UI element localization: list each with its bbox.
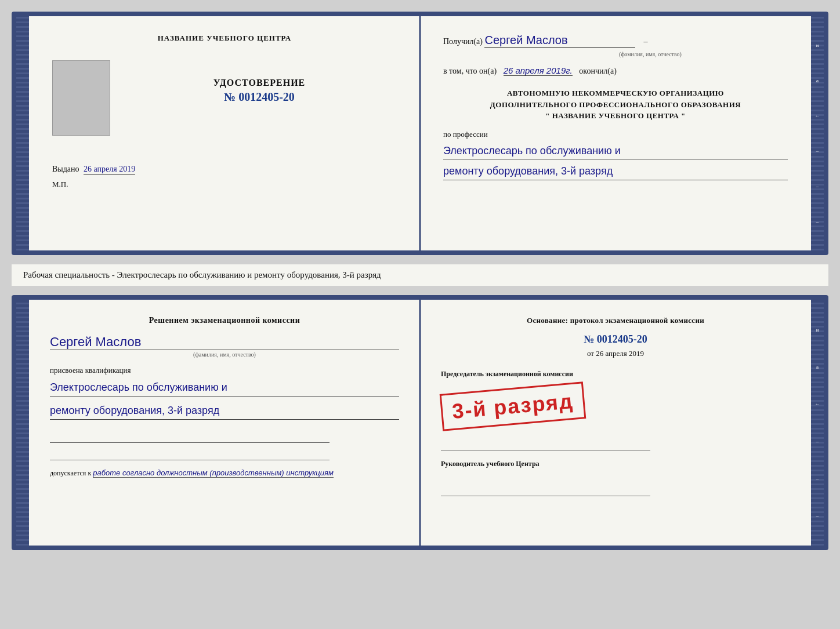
vtom-line: в том, что он(а) 26 апреля 2019г. окончи… <box>443 66 788 76</box>
resheniem-title: Решением экзаменационной комиссии <box>50 316 399 325</box>
edge-letter-dash5: – <box>816 475 819 481</box>
org-line2: ДОПОЛНИТЕЛЬНОГО ПРОФЕССИОНАЛЬНОГО ОБРАЗО… <box>443 99 788 111</box>
udostoverenie-number: № 0012405-20 <box>224 90 295 103</box>
stamp-text: 3-й разряд <box>451 389 575 423</box>
okonchil-label: окончил(а) <box>579 67 617 75</box>
professiya-line1: Электрослесарь по обслуживанию и <box>443 143 788 160</box>
protocol-number: № 0012405-20 <box>441 333 790 346</box>
predsedatel-label: Председатель экзаменационной комиссии <box>441 370 790 379</box>
edge-letter-а-2: а <box>816 364 819 370</box>
cert1-institution-title: НАЗВАНИЕ УЧЕБНОГО ЦЕНТРА <box>52 34 397 43</box>
signature-lines-left <box>50 429 399 460</box>
cert2-left-panel: Решением экзаменационной комиссии Сергей… <box>29 300 420 546</box>
edge-letter-dash3: – <box>816 219 819 224</box>
udostoverenie-block: УДОСТОВЕРЕНИЕ № 0012405-20 <box>122 78 397 104</box>
spine-left-2 <box>16 300 29 546</box>
vydano-label: Выдано <box>52 165 79 173</box>
vydano-line: Выдано 26 апреля 2019 <box>52 165 397 174</box>
spine-left-1 <box>16 16 29 250</box>
osnovanie-label: Основание: протокол экзаменационной коми… <box>441 316 790 325</box>
dopuskaetsya-block: допускается к работе согласно должностны… <box>50 468 399 478</box>
cert1-left-panel: НАЗВАНИЕ УЧЕБНОГО ЦЕНТРА УДОСТОВЕРЕНИЕ №… <box>29 16 420 250</box>
certificate-card-1: НАЗВАНИЕ УЧЕБНОГО ЦЕНТРА УДОСТОВЕРЕНИЕ №… <box>12 12 828 255</box>
edge-letter-arrow-2: ← <box>815 401 820 407</box>
sig-line-right-2 <box>441 482 650 496</box>
cert2-right-panel: Основание: протокол экзаменационной коми… <box>420 300 811 546</box>
udostoverenie-label: УДОСТОВЕРЕНИЕ <box>122 78 397 88</box>
professiya-line2: ремонту оборудования, 3-й разряд <box>443 163 788 180</box>
poluchil-prefix: Получил(а) <box>443 37 483 46</box>
mp-label: М.П. <box>52 180 397 189</box>
kval-line2: ремонту оборудования, 3-й разряд <box>50 402 399 420</box>
page-wrapper: НАЗВАНИЕ УЧЕБНОГО ЦЕНТРА УДОСТОВЕРЕНИЕ №… <box>12 12 828 550</box>
poluchil-line: Получил(а) Сергей Маслов – <box>443 34 788 48</box>
cert1-right-panel: Получил(а) Сергей Маслов – (фамилия, имя… <box>420 16 811 250</box>
org-block: АВТОНОМНУЮ НЕКОММЕРЧЕСКУЮ ОРГАНИЗАЦИЮ ДО… <box>443 88 788 122</box>
org-line1: АВТОНОМНУЮ НЕКОММЕРЧЕСКУЮ ОРГАНИЗАЦИЮ <box>443 88 788 99</box>
dopuskaetsya-prefix: допускается к <box>50 469 91 477</box>
sig-line-right-1 <box>441 437 650 450</box>
sig-line-1 <box>50 429 330 443</box>
edge-letter-а: а <box>816 78 819 83</box>
edge-letter-и-2: и <box>816 327 819 333</box>
dopuskaetsya-text: работе согласно должностным (производств… <box>93 468 334 478</box>
certificate-card-2: Решением экзаменационной комиссии Сергей… <box>12 295 828 550</box>
fio-label-2: (фамилия, имя, отчество) <box>50 351 399 358</box>
kval-line1: Электрослесарь по обслуживанию и <box>50 379 399 397</box>
spine-right-1: и а ← – – – <box>811 16 824 250</box>
edge-letter-dash4: – <box>816 438 819 444</box>
edge-letter-и: и <box>816 42 819 48</box>
po-professii-label: по профессии <box>443 130 788 139</box>
spine-right-2: и а ← – – – <box>811 300 824 546</box>
ot-date: от 26 апреля 2019 <box>441 349 790 358</box>
edge-letter-dash1: – <box>816 148 819 154</box>
prisvoena-label: присвоена квалификация <box>50 366 399 375</box>
edge-letter-arrow: ← <box>815 113 820 119</box>
recipient-name: Сергей Маслов <box>484 34 635 48</box>
org-line3: " НАЗВАНИЕ УЧЕБНОГО ЦЕНТРА " <box>443 110 788 122</box>
vtom-prefix: в том, что он(а) <box>443 67 497 75</box>
maslov-name-handwritten: Сергей Маслов <box>50 335 399 350</box>
rukovoditel-label: Руководитель учебного Центра <box>441 460 790 468</box>
vtom-date: 26 апреля 2019г. <box>504 66 573 76</box>
edge-letter-dash2: – <box>816 183 819 189</box>
dash-1: – <box>643 37 647 46</box>
stamp-block: 3-й разряд <box>440 381 586 431</box>
vydano-date: 26 апреля 2019 <box>84 165 135 174</box>
sig-line-2 <box>50 446 330 460</box>
edge-letter-dash6: – <box>816 512 819 518</box>
separator-text: Рабочая специальность - Электрослесарь п… <box>12 264 828 286</box>
fio-label-1: (фамилия, имя, отчество) <box>513 51 788 57</box>
ot-date-value: 26 апреля 2019 <box>596 349 644 358</box>
photo-placeholder <box>52 60 110 136</box>
